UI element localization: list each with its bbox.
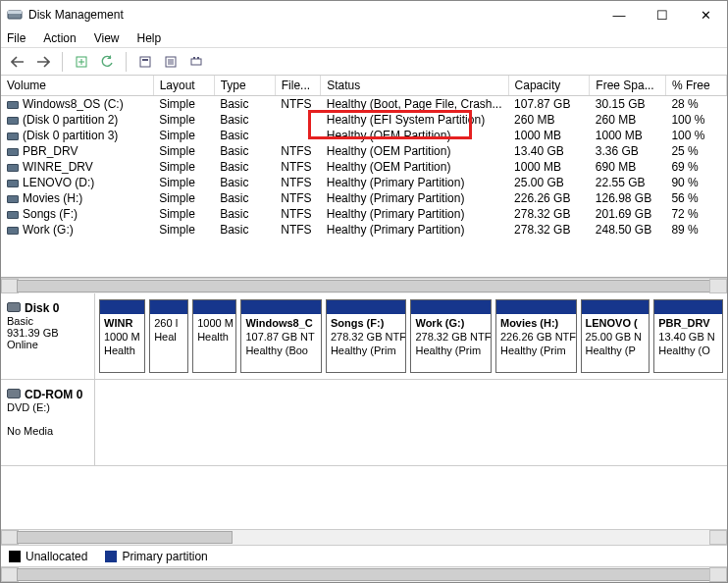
cell-pct: 100 %	[665, 112, 726, 128]
table-row[interactable]: Work (G:)SimpleBasicNTFSHealthy (Primary…	[1, 222, 727, 238]
cell-volume: (Disk 0 partition 3)	[23, 129, 118, 142]
window-scrollbar[interactable]	[1, 566, 727, 582]
partition-size: 1000 M	[104, 331, 140, 344]
app-icon	[7, 7, 23, 23]
partition-status: Heal	[154, 331, 183, 344]
volume-table[interactable]: Volume Layout Type File... Status Capaci…	[1, 76, 727, 238]
col-type[interactable]: Type	[214, 76, 275, 96]
table-row[interactable]: PBR_DRVSimpleBasicNTFSHealthy (OEM Parti…	[1, 143, 727, 159]
table-row[interactable]: Songs (F:)SimpleBasicNTFSHealthy (Primar…	[1, 206, 727, 222]
menu-view[interactable]: View	[94, 31, 120, 45]
partition-status: Healthy (Prim	[331, 344, 402, 358]
maximize-button[interactable]: ☐	[641, 1, 684, 28]
minimize-button[interactable]: —	[598, 1, 641, 28]
cell-layout: Simple	[153, 175, 214, 190]
cell-volume: WINRE_DRV	[23, 160, 93, 174]
svg-rect-8	[197, 57, 199, 59]
volume-scrollbar[interactable]	[1, 278, 727, 293]
table-row[interactable]: Movies (H:)SimpleBasicNTFSHealthy (Prima…	[1, 190, 727, 206]
cell-fs: NTFS	[275, 143, 321, 159]
partition-block[interactable]: Work (G:)278.32 GB NTFHealthy (Prim	[410, 299, 492, 373]
volume-icon	[7, 227, 19, 235]
cell-type: Basic	[214, 159, 275, 175]
table-row[interactable]: LENOVO (D:)SimpleBasicNTFSHealthy (Prima…	[1, 175, 727, 190]
svg-rect-1	[8, 11, 22, 14]
nav-forward-button[interactable]	[32, 51, 54, 73]
partition-block[interactable]: PBR_DRV13.40 GB NHealthy (O	[653, 299, 723, 373]
close-button[interactable]: ✕	[684, 1, 727, 28]
cell-free: 248.50 GB	[590, 222, 666, 238]
legend-primary: Primary partition	[105, 550, 207, 563]
partition-block[interactable]: Songs (F:)278.32 GB NTFHealthy (Prim	[326, 299, 407, 373]
toolbar-action-button[interactable]	[71, 51, 92, 73]
partition-block[interactable]: WINR1000 MHealth	[99, 299, 145, 373]
menu-help[interactable]: Help	[137, 31, 162, 45]
partition-size: 278.32 GB NTF	[331, 331, 402, 344]
disk-label: Disk 0Basic931.39 GBOnline	[1, 293, 95, 379]
col-pct[interactable]: % Free	[665, 76, 726, 96]
partition-block[interactable]: Windows8_C107.87 GB NTHealthy (Boo	[240, 299, 322, 373]
toolbar-icon-c[interactable]	[185, 51, 207, 73]
menu-file[interactable]: File	[7, 31, 26, 45]
partition-block[interactable]: 260 IHeal	[149, 299, 188, 373]
volume-icon	[7, 164, 19, 172]
partition-size: 278.32 GB NTF	[415, 331, 487, 344]
cell-capacity: 25.00 GB	[508, 175, 590, 190]
window-title: Disk Management	[28, 8, 124, 22]
cell-free: 201.69 GB	[590, 206, 666, 222]
toolbar-refresh-button[interactable]	[96, 51, 118, 73]
svg-rect-6	[191, 59, 201, 65]
table-header-row[interactable]: Volume Layout Type File... Status Capaci…	[1, 76, 727, 96]
titlebar: Disk Management — ☐ ✕	[1, 1, 727, 28]
table-row[interactable]: (Disk 0 partition 3)SimpleBasicHealthy (…	[1, 128, 727, 143]
cell-free: 690 MB	[590, 159, 666, 175]
toolbar-icon-a[interactable]	[134, 51, 156, 73]
menu-action[interactable]: Action	[43, 31, 76, 45]
partition-size: 25.00 GB N	[586, 331, 646, 344]
cell-pct: 89 %	[665, 222, 726, 238]
partition-size: 107.87 GB NT	[245, 331, 317, 344]
col-fs[interactable]: File...	[275, 76, 321, 96]
nav-back-button[interactable]	[7, 51, 28, 73]
cell-status: Healthy (OEM Partition)	[321, 128, 508, 143]
disk-row-disk0[interactable]: Disk 0Basic931.39 GBOnlineWINR1000 MHeal…	[1, 293, 727, 380]
cell-pct: 56 %	[665, 190, 726, 206]
col-layout[interactable]: Layout	[153, 76, 214, 96]
toolbar	[1, 48, 727, 76]
cell-capacity: 260 MB	[508, 112, 590, 128]
partition-block[interactable]: LENOVO (25.00 GB NHealthy (P	[581, 299, 650, 373]
cell-free: 30.15 GB	[590, 96, 666, 113]
disk-name: CD-ROM 0	[25, 388, 82, 401]
cell-status: Healthy (Primary Partition)	[321, 206, 508, 222]
cell-layout: Simple	[153, 143, 214, 159]
table-row[interactable]: Windows8_OS (C:)SimpleBasicNTFSHealthy (…	[1, 96, 727, 113]
cell-layout: Simple	[153, 206, 214, 222]
volume-icon	[7, 148, 19, 156]
legend: Unallocated Primary partition	[1, 545, 727, 566]
cell-status: Healthy (Primary Partition)	[321, 222, 508, 238]
partition-block[interactable]: 1000 MHealth	[192, 299, 236, 373]
cell-fs: NTFS	[275, 96, 321, 113]
cell-fs: NTFS	[275, 175, 321, 190]
partition-strip	[95, 380, 727, 465]
toolbar-icon-b[interactable]	[160, 51, 182, 73]
cdrom-icon	[7, 389, 21, 398]
disk-icon	[7, 302, 21, 312]
col-volume[interactable]: Volume	[1, 76, 153, 96]
col-capacity[interactable]: Capacity	[508, 76, 590, 96]
disk-row-cdrom0[interactable]: CD-ROM 0DVD (E:)No Media	[1, 380, 727, 466]
partition-name: Windows8_C	[245, 317, 317, 331]
partition-name: Movies (H:)	[500, 317, 572, 331]
graphical-scrollbar[interactable]	[1, 529, 727, 545]
col-status[interactable]: Status	[321, 76, 508, 96]
table-row[interactable]: (Disk 0 partition 2)SimpleBasicHealthy (…	[1, 112, 727, 128]
disk-kind: Basic	[7, 315, 88, 327]
table-row[interactable]: WINRE_DRVSimpleBasicNTFSHealthy (OEM Par…	[1, 159, 727, 175]
partition-block[interactable]: Movies (H:)226.26 GB NTFHealthy (Prim	[495, 299, 577, 373]
svg-rect-3	[140, 57, 150, 67]
col-free[interactable]: Free Spa...	[590, 76, 666, 96]
partition-size: 1000 M	[197, 317, 232, 331]
volume-list-pane: Volume Layout Type File... Status Capaci…	[1, 76, 727, 278]
disk-size: 931.39 GB	[7, 327, 88, 339]
cell-volume: Windows8_OS (C:)	[23, 97, 124, 111]
